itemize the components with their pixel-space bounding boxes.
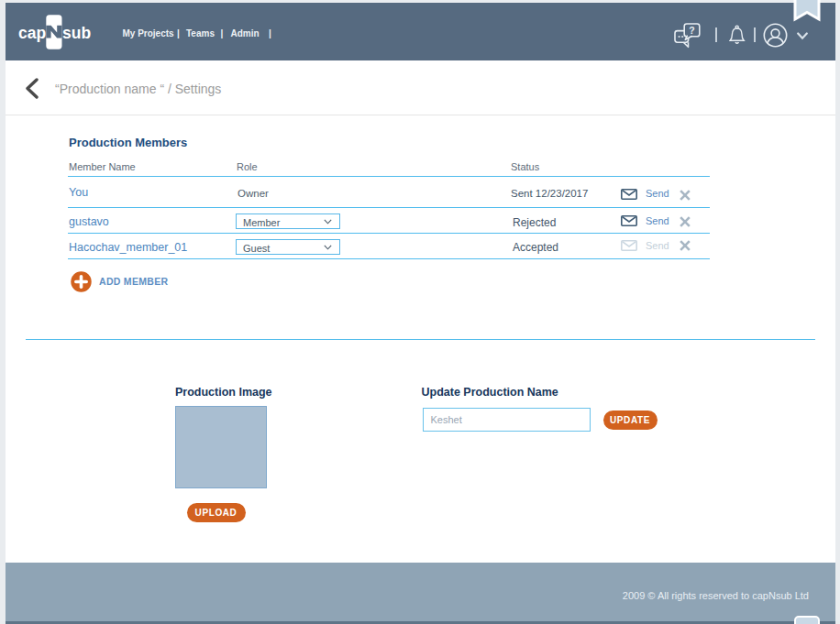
svg-text:?: ? <box>689 25 694 36</box>
